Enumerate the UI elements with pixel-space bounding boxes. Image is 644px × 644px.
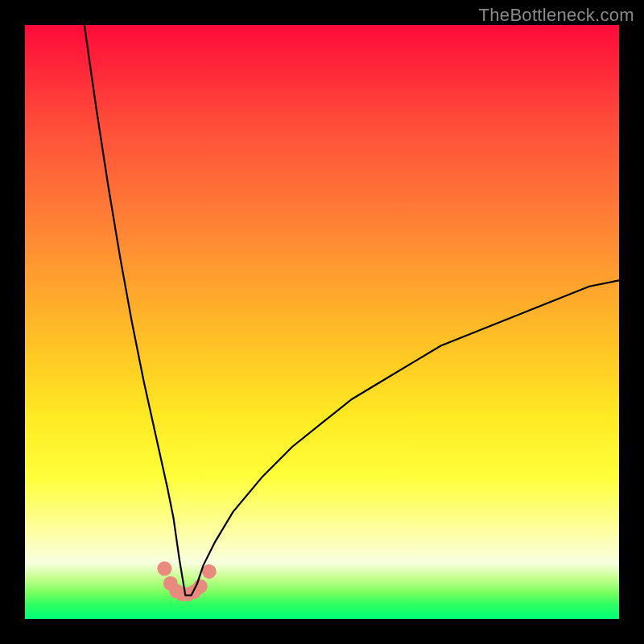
chart-frame: TheBottleneck.com bbox=[0, 0, 644, 644]
chart-plot-area bbox=[25, 25, 619, 619]
bottleneck-curve-path bbox=[85, 25, 619, 595]
bottleneck-curve-svg bbox=[25, 25, 619, 619]
curve-marker bbox=[202, 564, 217, 579]
watermark-text: TheBottleneck.com bbox=[479, 5, 634, 26]
curve-marker bbox=[157, 561, 171, 576]
